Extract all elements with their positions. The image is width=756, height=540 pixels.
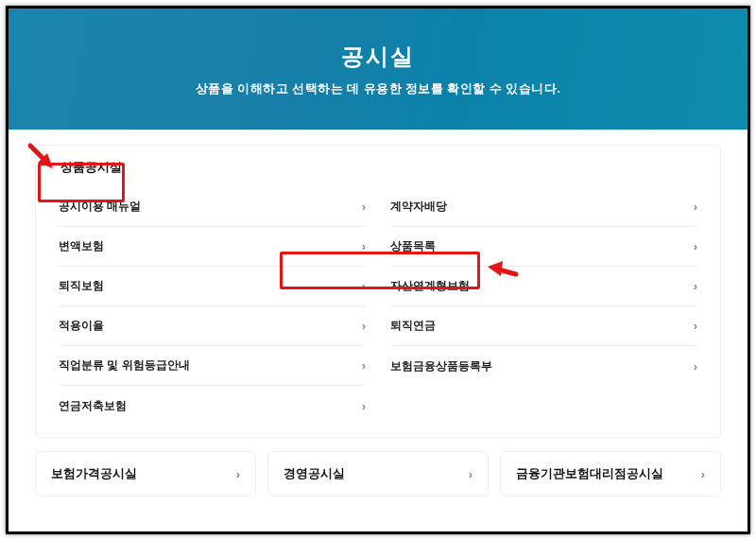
menu-label: 직업분류 및 위험등급안내 bbox=[59, 357, 190, 374]
card-label: 경영공시실 bbox=[284, 466, 345, 482]
bottom-card-row: 보험가격공시실 › 경영공시실 › 금융기관보험대리점공시실 › bbox=[35, 451, 721, 496]
chevron-right-icon: › bbox=[362, 279, 366, 293]
chevron-right-icon: › bbox=[236, 467, 240, 481]
card-label: 보험가격공시실 bbox=[51, 466, 137, 482]
hero-banner: 공시실 상품을 이해하고 선택하는 데 유용한 정보를 확인할 수 있습니다. bbox=[9, 9, 747, 130]
card-price-disclosure[interactable]: 보험가격공시실 › bbox=[35, 451, 256, 496]
menu-item-applied-rate[interactable]: 적용이율 › bbox=[59, 306, 366, 346]
chevron-right-icon: › bbox=[694, 239, 697, 253]
chevron-right-icon: › bbox=[694, 359, 697, 374]
chevron-right-icon: › bbox=[362, 319, 366, 333]
menu-item-dividend[interactable]: 계약자배당 › bbox=[390, 187, 697, 227]
chevron-right-icon: › bbox=[694, 279, 697, 293]
menu-label: 계약자배당 bbox=[390, 199, 447, 215]
chevron-right-icon: › bbox=[362, 200, 366, 214]
menu-item-financial-register[interactable]: 보험금융상품등록부 › bbox=[390, 346, 697, 386]
card-management-disclosure[interactable]: 경영공시실 › bbox=[267, 451, 489, 496]
page-title: 공시실 bbox=[9, 42, 747, 72]
chevron-right-icon: › bbox=[362, 239, 366, 253]
menu-grid: 공시이용 매뉴얼 › 변액보험 › 퇴직보험 › 적용이율 › bbox=[59, 187, 697, 426]
menu-label: 퇴직연금 bbox=[390, 318, 436, 334]
chevron-right-icon: › bbox=[362, 358, 366, 373]
menu-label: 자산연계형보험 bbox=[390, 278, 470, 294]
menu-label: 퇴직보험 bbox=[59, 278, 104, 294]
menu-item-manual[interactable]: 공시이용 매뉴얼 › bbox=[59, 187, 366, 227]
page-subtitle: 상품을 이해하고 선택하는 데 유용한 정보를 확인할 수 있습니다. bbox=[9, 81, 747, 97]
menu-col-right: 계약자배당 › 상품목록 › 자산연계형보험 › 퇴직연금 › bbox=[390, 187, 697, 426]
card-agency-disclosure[interactable]: 금융기관보험대리점공시실 › bbox=[500, 451, 721, 496]
card-label: 금융기관보험대리점공시실 bbox=[516, 466, 663, 482]
menu-label: 적용이율 bbox=[59, 318, 104, 334]
menu-item-retirement-pension[interactable]: 퇴직연금 › bbox=[390, 306, 697, 346]
content-area: 상품공시실 공시이용 매뉴얼 › 변액보험 › 퇴직보험 › bbox=[9, 130, 747, 506]
menu-col-left: 공시이용 매뉴얼 › 변액보험 › 퇴직보험 › 적용이율 › bbox=[59, 187, 366, 426]
menu-item-variable-insurance[interactable]: 변액보험 › bbox=[59, 227, 366, 267]
panel-product-disclosure: 상품공시실 공시이용 매뉴얼 › 변액보험 › 퇴직보험 › bbox=[35, 145, 721, 438]
menu-label: 상품목록 bbox=[390, 238, 436, 254]
menu-item-product-list[interactable]: 상품목록 › bbox=[390, 227, 697, 267]
menu-item-retirement-insurance[interactable]: 퇴직보험 › bbox=[59, 267, 366, 306]
menu-item-pension-savings[interactable]: 연금저축보험 › bbox=[59, 386, 366, 426]
chevron-right-icon: › bbox=[694, 319, 697, 333]
chevron-right-icon: › bbox=[701, 467, 705, 481]
chevron-right-icon: › bbox=[362, 399, 366, 413]
menu-label: 공시이용 매뉴얼 bbox=[59, 199, 141, 215]
menu-label: 변액보험 bbox=[59, 238, 104, 254]
panel-heading: 상품공시실 bbox=[59, 146, 131, 187]
menu-item-job-risk[interactable]: 직업분류 및 위험등급안내 › bbox=[59, 346, 366, 386]
app-frame: 공시실 상품을 이해하고 선택하는 데 유용한 정보를 확인할 수 있습니다. … bbox=[6, 6, 750, 534]
menu-item-asset-linked[interactable]: 자산연계형보험 › bbox=[390, 267, 697, 306]
chevron-right-icon: › bbox=[469, 467, 472, 481]
menu-label: 보험금융상품등록부 bbox=[390, 358, 492, 375]
chevron-right-icon: › bbox=[694, 200, 697, 214]
menu-label: 연금저축보험 bbox=[59, 398, 127, 414]
